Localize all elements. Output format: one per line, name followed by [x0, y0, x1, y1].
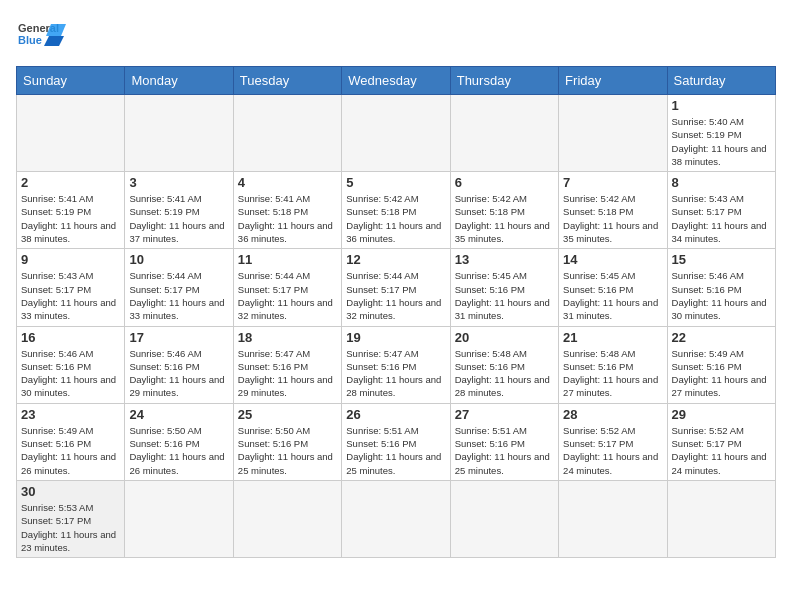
- calendar-cell: [125, 480, 233, 557]
- calendar-cell: 7Sunrise: 5:42 AMSunset: 5:18 PMDaylight…: [559, 172, 667, 249]
- calendar-cell: [125, 95, 233, 172]
- day-info: Sunrise: 5:49 AMSunset: 5:16 PMDaylight:…: [672, 347, 771, 400]
- calendar-cell: 2Sunrise: 5:41 AMSunset: 5:19 PMDaylight…: [17, 172, 125, 249]
- calendar-row: 23Sunrise: 5:49 AMSunset: 5:16 PMDayligh…: [17, 403, 776, 480]
- day-number: 6: [455, 175, 554, 190]
- day-number: 7: [563, 175, 662, 190]
- day-number: 24: [129, 407, 228, 422]
- day-info: Sunrise: 5:45 AMSunset: 5:16 PMDaylight:…: [455, 269, 554, 322]
- day-number: 17: [129, 330, 228, 345]
- calendar-cell: 14Sunrise: 5:45 AMSunset: 5:16 PMDayligh…: [559, 249, 667, 326]
- calendar-cell: 9Sunrise: 5:43 AMSunset: 5:17 PMDaylight…: [17, 249, 125, 326]
- calendar-row: 16Sunrise: 5:46 AMSunset: 5:16 PMDayligh…: [17, 326, 776, 403]
- calendar-cell: 18Sunrise: 5:47 AMSunset: 5:16 PMDayligh…: [233, 326, 341, 403]
- day-number: 30: [21, 484, 120, 499]
- calendar-cell: 17Sunrise: 5:46 AMSunset: 5:16 PMDayligh…: [125, 326, 233, 403]
- weekday-header-saturday: Saturday: [667, 67, 775, 95]
- calendar-cell: 25Sunrise: 5:50 AMSunset: 5:16 PMDayligh…: [233, 403, 341, 480]
- day-info: Sunrise: 5:47 AMSunset: 5:16 PMDaylight:…: [238, 347, 337, 400]
- day-info: Sunrise: 5:46 AMSunset: 5:16 PMDaylight:…: [129, 347, 228, 400]
- calendar-cell: 6Sunrise: 5:42 AMSunset: 5:18 PMDaylight…: [450, 172, 558, 249]
- calendar-cell: [450, 95, 558, 172]
- day-number: 21: [563, 330, 662, 345]
- day-info: Sunrise: 5:43 AMSunset: 5:17 PMDaylight:…: [21, 269, 120, 322]
- calendar-row: 2Sunrise: 5:41 AMSunset: 5:19 PMDaylight…: [17, 172, 776, 249]
- day-info: Sunrise: 5:40 AMSunset: 5:19 PMDaylight:…: [672, 115, 771, 168]
- day-number: 12: [346, 252, 445, 267]
- logo: General Blue: [16, 16, 66, 56]
- calendar-cell: 13Sunrise: 5:45 AMSunset: 5:16 PMDayligh…: [450, 249, 558, 326]
- day-number: 28: [563, 407, 662, 422]
- weekday-header-tuesday: Tuesday: [233, 67, 341, 95]
- weekday-header-sunday: Sunday: [17, 67, 125, 95]
- weekday-header-friday: Friday: [559, 67, 667, 95]
- svg-text:Blue: Blue: [18, 34, 42, 46]
- day-info: Sunrise: 5:42 AMSunset: 5:18 PMDaylight:…: [455, 192, 554, 245]
- calendar-cell: 19Sunrise: 5:47 AMSunset: 5:16 PMDayligh…: [342, 326, 450, 403]
- calendar-cell: 26Sunrise: 5:51 AMSunset: 5:16 PMDayligh…: [342, 403, 450, 480]
- calendar-row: 30Sunrise: 5:53 AMSunset: 5:17 PMDayligh…: [17, 480, 776, 557]
- day-number: 4: [238, 175, 337, 190]
- day-info: Sunrise: 5:41 AMSunset: 5:18 PMDaylight:…: [238, 192, 337, 245]
- day-number: 2: [21, 175, 120, 190]
- day-info: Sunrise: 5:50 AMSunset: 5:16 PMDaylight:…: [129, 424, 228, 477]
- day-number: 1: [672, 98, 771, 113]
- calendar-cell: 29Sunrise: 5:52 AMSunset: 5:17 PMDayligh…: [667, 403, 775, 480]
- day-number: 22: [672, 330, 771, 345]
- calendar-cell: 22Sunrise: 5:49 AMSunset: 5:16 PMDayligh…: [667, 326, 775, 403]
- day-info: Sunrise: 5:49 AMSunset: 5:16 PMDaylight:…: [21, 424, 120, 477]
- day-number: 23: [21, 407, 120, 422]
- calendar-row: 9Sunrise: 5:43 AMSunset: 5:17 PMDaylight…: [17, 249, 776, 326]
- calendar-table: SundayMondayTuesdayWednesdayThursdayFrid…: [16, 66, 776, 558]
- day-info: Sunrise: 5:47 AMSunset: 5:16 PMDaylight:…: [346, 347, 445, 400]
- day-info: Sunrise: 5:52 AMSunset: 5:17 PMDaylight:…: [672, 424, 771, 477]
- calendar-cell: 11Sunrise: 5:44 AMSunset: 5:17 PMDayligh…: [233, 249, 341, 326]
- calendar-cell: 8Sunrise: 5:43 AMSunset: 5:17 PMDaylight…: [667, 172, 775, 249]
- day-number: 3: [129, 175, 228, 190]
- day-info: Sunrise: 5:42 AMSunset: 5:18 PMDaylight:…: [346, 192, 445, 245]
- day-number: 11: [238, 252, 337, 267]
- day-info: Sunrise: 5:51 AMSunset: 5:16 PMDaylight:…: [455, 424, 554, 477]
- calendar-cell: 21Sunrise: 5:48 AMSunset: 5:16 PMDayligh…: [559, 326, 667, 403]
- calendar-cell: [17, 95, 125, 172]
- day-info: Sunrise: 5:42 AMSunset: 5:18 PMDaylight:…: [563, 192, 662, 245]
- calendar-cell: 30Sunrise: 5:53 AMSunset: 5:17 PMDayligh…: [17, 480, 125, 557]
- day-info: Sunrise: 5:50 AMSunset: 5:16 PMDaylight:…: [238, 424, 337, 477]
- weekday-header-thursday: Thursday: [450, 67, 558, 95]
- calendar-cell: [667, 480, 775, 557]
- day-number: 16: [21, 330, 120, 345]
- day-info: Sunrise: 5:44 AMSunset: 5:17 PMDaylight:…: [238, 269, 337, 322]
- calendar-cell: [450, 480, 558, 557]
- day-number: 8: [672, 175, 771, 190]
- day-number: 20: [455, 330, 554, 345]
- day-info: Sunrise: 5:51 AMSunset: 5:16 PMDaylight:…: [346, 424, 445, 477]
- weekday-header-wednesday: Wednesday: [342, 67, 450, 95]
- calendar-cell: 1Sunrise: 5:40 AMSunset: 5:19 PMDaylight…: [667, 95, 775, 172]
- calendar-cell: [342, 480, 450, 557]
- logo-svg: General Blue: [16, 16, 66, 56]
- day-number: 5: [346, 175, 445, 190]
- page-header: General Blue: [16, 16, 776, 56]
- day-info: Sunrise: 5:44 AMSunset: 5:17 PMDaylight:…: [346, 269, 445, 322]
- calendar-row: 1Sunrise: 5:40 AMSunset: 5:19 PMDaylight…: [17, 95, 776, 172]
- day-info: Sunrise: 5:52 AMSunset: 5:17 PMDaylight:…: [563, 424, 662, 477]
- calendar-cell: 15Sunrise: 5:46 AMSunset: 5:16 PMDayligh…: [667, 249, 775, 326]
- svg-marker-3: [44, 36, 64, 46]
- day-number: 27: [455, 407, 554, 422]
- day-info: Sunrise: 5:53 AMSunset: 5:17 PMDaylight:…: [21, 501, 120, 554]
- day-number: 18: [238, 330, 337, 345]
- day-number: 10: [129, 252, 228, 267]
- day-number: 13: [455, 252, 554, 267]
- day-info: Sunrise: 5:48 AMSunset: 5:16 PMDaylight:…: [563, 347, 662, 400]
- calendar-cell: 16Sunrise: 5:46 AMSunset: 5:16 PMDayligh…: [17, 326, 125, 403]
- day-number: 9: [21, 252, 120, 267]
- calendar-cell: 23Sunrise: 5:49 AMSunset: 5:16 PMDayligh…: [17, 403, 125, 480]
- day-info: Sunrise: 5:44 AMSunset: 5:17 PMDaylight:…: [129, 269, 228, 322]
- calendar-cell: 28Sunrise: 5:52 AMSunset: 5:17 PMDayligh…: [559, 403, 667, 480]
- calendar-cell: 3Sunrise: 5:41 AMSunset: 5:19 PMDaylight…: [125, 172, 233, 249]
- calendar-cell: 10Sunrise: 5:44 AMSunset: 5:17 PMDayligh…: [125, 249, 233, 326]
- day-info: Sunrise: 5:46 AMSunset: 5:16 PMDaylight:…: [672, 269, 771, 322]
- calendar-cell: [559, 480, 667, 557]
- calendar-cell: 27Sunrise: 5:51 AMSunset: 5:16 PMDayligh…: [450, 403, 558, 480]
- calendar-cell: 20Sunrise: 5:48 AMSunset: 5:16 PMDayligh…: [450, 326, 558, 403]
